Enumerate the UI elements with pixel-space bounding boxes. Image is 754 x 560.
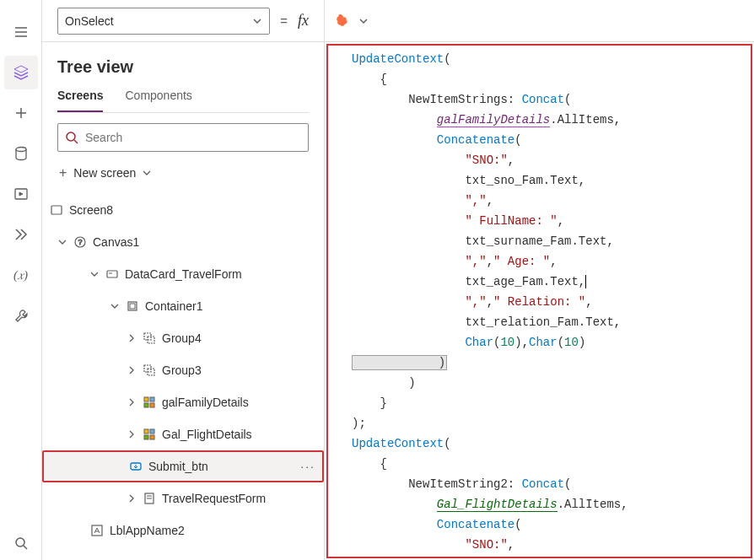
label-icon xyxy=(89,523,105,538)
tree-node-galfamily[interactable]: galFamilyDetails xyxy=(42,386,324,418)
tree-node-group4[interactable]: Group4 xyxy=(42,322,324,354)
svg-rect-34 xyxy=(92,525,102,536)
container-icon xyxy=(125,299,140,314)
tree-view: Screen8 ? Canvas1 DataCard_TravelForm Co… xyxy=(42,194,324,560)
new-screen-label: New screen xyxy=(73,166,136,180)
svg-rect-23 xyxy=(150,397,154,401)
button-icon xyxy=(128,459,143,474)
menu-icon[interactable] xyxy=(4,15,38,49)
tree-node-group3[interactable]: Group3 xyxy=(42,354,324,386)
screen-icon xyxy=(49,202,64,218)
svg-rect-28 xyxy=(144,435,148,439)
tree-node-label: DataCard_TravelForm xyxy=(125,267,242,281)
left-rail: (𝑥) xyxy=(0,0,42,560)
group-icon xyxy=(142,331,157,346)
tree-node-label: Container1 xyxy=(145,299,203,313)
tree-node-label: TravelRequestForm xyxy=(162,492,266,505)
tree-node-label: Gal_FlightDetails xyxy=(162,428,252,441)
chevron-down-icon xyxy=(143,169,151,177)
search-input[interactable] xyxy=(85,131,301,144)
chevron-down-icon xyxy=(57,237,67,247)
tree-node-label: Screen8 xyxy=(69,203,113,217)
svg-point-7 xyxy=(16,538,24,547)
svg-rect-11 xyxy=(51,206,62,214)
tree-search[interactable] xyxy=(57,123,309,152)
tree-node-label: Group4 xyxy=(162,331,202,345)
tree-node-label: Group3 xyxy=(162,363,202,377)
group-icon xyxy=(142,363,157,378)
svg-rect-26 xyxy=(144,429,148,433)
tab-components[interactable]: Components xyxy=(125,89,191,112)
property-dropdown[interactable]: OnSelect xyxy=(57,8,270,35)
tree-node-lblappname[interactable]: LblAppName2 xyxy=(42,514,324,547)
chevron-down-icon xyxy=(89,269,100,279)
formula-editor[interactable]: UpdateContext( { NewItemStrings: Concat(… xyxy=(326,44,752,558)
tree-node-label: LblAppName2 xyxy=(110,524,185,537)
chevron-right-icon xyxy=(127,429,137,439)
tree-title: Tree view xyxy=(57,57,309,77)
tree-tabs: Screens Components xyxy=(57,89,309,113)
chevron-right-icon xyxy=(127,397,137,407)
chevron-down-icon[interactable] xyxy=(358,16,369,26)
svg-rect-25 xyxy=(150,403,154,407)
svg-point-5 xyxy=(16,148,26,152)
svg-line-8 xyxy=(24,546,27,549)
gallery-icon xyxy=(142,395,157,410)
svg-rect-27 xyxy=(150,429,154,433)
database-icon[interactable] xyxy=(4,137,38,170)
svg-rect-22 xyxy=(144,397,148,401)
search-icon xyxy=(65,131,78,144)
svg-rect-14 xyxy=(107,271,117,277)
tree-node-galflight[interactable]: Gal_FlightDetails xyxy=(42,418,324,450)
property-bar: OnSelect = fx xyxy=(42,0,324,42)
layers-icon[interactable] xyxy=(4,56,38,89)
svg-line-10 xyxy=(74,140,78,143)
flows-icon[interactable] xyxy=(4,218,38,251)
new-screen-button[interactable]: + New screen xyxy=(57,162,309,184)
plus-icon: + xyxy=(59,165,67,180)
chevron-right-icon xyxy=(127,333,137,343)
svg-point-9 xyxy=(67,132,75,141)
gallery-icon xyxy=(142,427,157,442)
tree-node-canvas1[interactable]: ? Canvas1 xyxy=(42,226,324,258)
tree-node-label: Submit_btn xyxy=(148,460,208,473)
chevron-down-icon xyxy=(110,301,120,311)
equals-sign: = xyxy=(280,13,288,28)
chevron-right-icon xyxy=(127,493,137,503)
chevron-right-icon xyxy=(127,365,137,375)
tree-node-screen8[interactable]: Screen8 xyxy=(42,194,324,226)
tree-node-submit-btn[interactable]: Submit_btn ··· xyxy=(42,450,324,482)
more-icon[interactable]: ··· xyxy=(300,460,315,473)
variable-icon[interactable]: (𝑥) xyxy=(4,258,38,292)
tab-screens[interactable]: Screens xyxy=(57,89,103,112)
media-icon[interactable] xyxy=(4,177,38,211)
help-icon: ? xyxy=(73,234,88,250)
svg-rect-29 xyxy=(150,435,154,439)
svg-rect-24 xyxy=(144,403,148,407)
tree-node-label: galFamilyDetails xyxy=(162,396,249,409)
formula-bar-header xyxy=(325,0,754,42)
add-icon[interactable] xyxy=(4,96,38,130)
tree-node-container1[interactable]: Container1 xyxy=(42,290,324,322)
tree-node-label: Canvas1 xyxy=(93,235,139,249)
tree-node-travelreq[interactable]: TravelRequestForm xyxy=(42,482,324,514)
chevron-down-icon xyxy=(252,16,262,26)
property-name: OnSelect xyxy=(65,14,114,28)
card-icon xyxy=(105,267,120,282)
copilot-icon[interactable] xyxy=(333,12,352,30)
tools-icon[interactable] xyxy=(4,299,38,332)
tree-node-datacard[interactable]: DataCard_TravelForm xyxy=(42,258,324,290)
fx-label[interactable]: fx xyxy=(298,12,309,30)
form-icon xyxy=(142,491,157,506)
svg-text:?: ? xyxy=(78,238,82,246)
search-rail-icon[interactable] xyxy=(4,526,38,560)
svg-rect-17 xyxy=(130,304,135,309)
